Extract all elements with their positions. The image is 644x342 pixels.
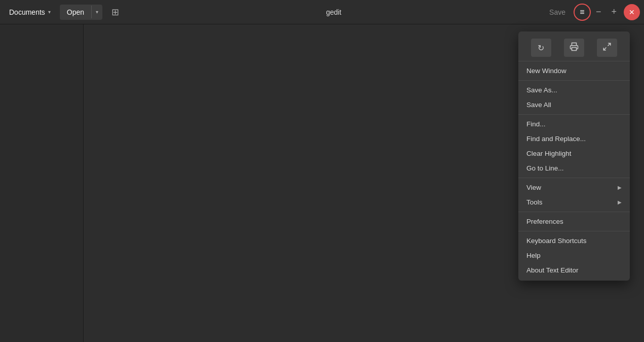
menu-item-save-as[interactable]: Save As... — [518, 83, 630, 97]
fullscreen-icon — [602, 42, 612, 53]
minimize-icon: − — [596, 7, 601, 17]
maximize-button[interactable]: + — [606, 4, 622, 20]
fullscreen-button[interactable] — [597, 39, 617, 57]
app-title: gedit — [124, 8, 543, 16]
menu-toolbar: ↻ — [518, 35, 630, 61]
documents-button[interactable]: Documents ▾ — [4, 5, 56, 19]
menu-item-find[interactable]: Find... — [518, 117, 630, 131]
hamburger-icon: ≡ — [580, 8, 584, 17]
new-tab-icon: ⊞ — [111, 7, 119, 17]
menu-item-label: Save All — [526, 101, 551, 109]
menu-separator — [518, 178, 630, 178]
menu-item-tools[interactable]: Tools▶ — [518, 195, 630, 210]
menu-item-label: Save As... — [526, 86, 557, 94]
maximize-icon: + — [611, 7, 617, 17]
reload-button[interactable]: ↻ — [531, 39, 551, 57]
menu-item-label: Tools — [526, 198, 543, 206]
reload-icon: ↻ — [538, 43, 544, 53]
menu-item-label: About Text Editor — [526, 266, 579, 274]
menu-item-label: New Window — [526, 67, 566, 75]
print-button[interactable] — [564, 39, 584, 57]
menu-item-help[interactable]: Help — [518, 248, 630, 263]
svg-rect-0 — [572, 48, 576, 51]
menu-item-save-all[interactable]: Save All — [518, 97, 630, 112]
minimize-button[interactable]: − — [591, 4, 607, 20]
menu-item-preferences[interactable]: Preferences — [518, 214, 630, 229]
hamburger-menu-button[interactable]: ≡ — [574, 4, 591, 21]
open-button-group: Open ▾ — [60, 5, 102, 20]
titlebar: Documents ▾ Open ▾ ⊞ gedit Save ≡ − + ✕ — [0, 0, 644, 24]
menu-item-label: Help — [526, 252, 541, 259]
open-button[interactable]: Open — [60, 5, 91, 20]
svg-line-1 — [608, 43, 611, 46]
menu-item-label: Find and Replace... — [526, 135, 586, 143]
documents-label: Documents — [9, 8, 45, 16]
menu-item-new-window[interactable]: New Window — [518, 63, 630, 78]
menu-item-label: Find... — [526, 120, 546, 128]
menu-separator — [518, 114, 630, 115]
menu-item-label: Go to Line... — [526, 164, 564, 172]
menu-separator — [518, 80, 630, 81]
print-icon — [570, 42, 579, 53]
close-icon: ✕ — [629, 8, 635, 16]
menu-item-clear-highlight[interactable]: Clear Highlight — [518, 146, 630, 161]
menu-items-container: New WindowSave As...Save AllFind...Find … — [518, 63, 630, 278]
menu-item-find-replace[interactable]: Find and Replace... — [518, 131, 630, 146]
open-dropdown-icon[interactable]: ▾ — [91, 6, 102, 18]
documents-chevron-icon: ▾ — [48, 9, 51, 15]
new-tab-button[interactable]: ⊞ — [106, 4, 124, 21]
menu-item-go-to-line[interactable]: Go to Line... — [518, 161, 630, 176]
menu-item-keyboard-shortcuts[interactable]: Keyboard Shortcuts — [518, 233, 630, 248]
save-button[interactable]: Save — [543, 5, 572, 19]
dropdown-menu: ↻ New WindowSave As...Save A — [518, 31, 630, 281]
menu-separator — [518, 212, 630, 212]
menu-item-label: View — [526, 184, 541, 191]
submenu-arrow-icon: ▶ — [618, 199, 622, 205]
svg-line-2 — [604, 48, 607, 50]
menu-item-about[interactable]: About Text Editor — [518, 263, 630, 278]
menu-separator — [518, 231, 630, 231]
submenu-arrow-icon: ▶ — [618, 185, 622, 190]
menu-item-label: Keyboard Shortcuts — [526, 237, 587, 245]
menu-item-label: Preferences — [526, 218, 563, 225]
menu-item-view[interactable]: View▶ — [518, 180, 630, 195]
menu-item-label: Clear Highlight — [526, 150, 572, 157]
sidebar — [0, 24, 84, 342]
close-button[interactable]: ✕ — [624, 4, 640, 20]
